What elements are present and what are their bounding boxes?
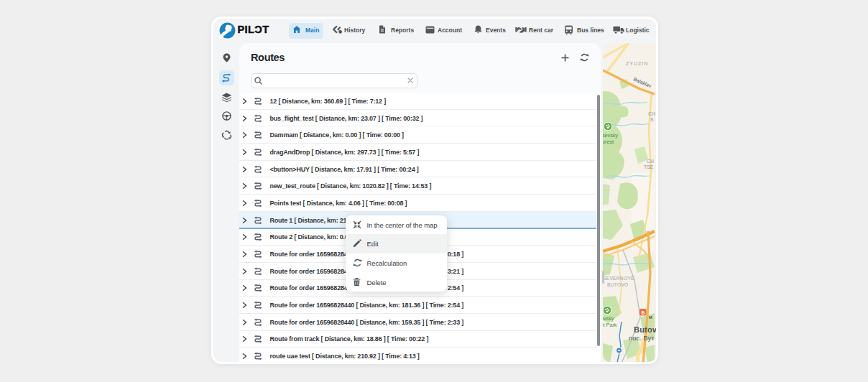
- svg-text:пос. Бут: пос. Бут: [629, 334, 655, 342]
- svg-text:st Park: st Park: [603, 322, 617, 328]
- svg-text:ZYUZIN: ZYUZIN: [626, 61, 648, 66]
- svg-text:sevsky: sevsky: [603, 132, 618, 139]
- svg-text:Б: Б: [641, 309, 645, 315]
- svg-text:Butov: Butov: [634, 325, 656, 334]
- svg-text:CH: CH: [647, 159, 654, 164]
- svg-text:BUTOVO: BUTOVO: [607, 282, 629, 287]
- svg-text:TSE: TSE: [644, 164, 654, 169]
- svg-text:SEVERNOYE: SEVERNOYE: [603, 276, 634, 281]
- svg-text:orest: orest: [603, 139, 614, 145]
- svg-text:ovsky: ovsky: [603, 315, 614, 322]
- svg-text:S: S: [650, 117, 654, 122]
- svg-text:M: M: [649, 315, 652, 320]
- svg-text:CH: CH: [648, 111, 655, 116]
